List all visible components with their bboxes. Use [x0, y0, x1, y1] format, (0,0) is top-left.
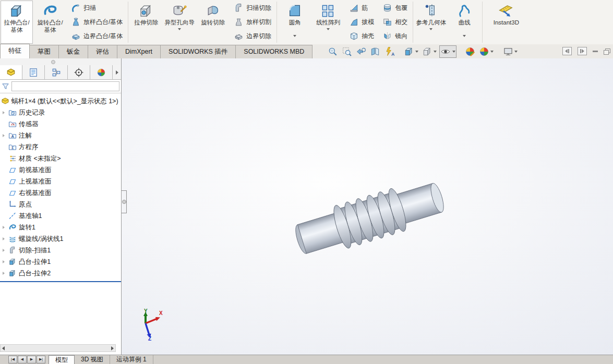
featuremanager-design-tree-tab[interactable] — [0, 65, 22, 79]
shell-button[interactable]: 抽壳 — [347, 30, 376, 43]
extruded-boss-base-button[interactable]: 拉伸凸台/基体 — [1, 1, 33, 44]
dropdown-caret-icon[interactable] — [327, 28, 330, 30]
intersect-button[interactable]: 相交 — [380, 16, 410, 29]
tree-item-material[interactable]: 材质 <未指定> — [0, 153, 121, 164]
curves-button[interactable]: 曲线 — [448, 1, 480, 44]
hide-show-items-button[interactable] — [439, 45, 456, 58]
expand-arrow-icon[interactable] — [3, 249, 5, 252]
restore-button[interactable] — [604, 48, 610, 54]
panel-collapse-handle[interactable] — [122, 190, 127, 213]
tree-item-axis1[interactable]: 基准轴1 — [0, 210, 121, 222]
tab-evaluate[interactable]: 评估 — [88, 45, 117, 58]
tree-item-revolve1[interactable]: 旋转1 — [0, 222, 121, 233]
collapse-right-button[interactable] — [578, 47, 587, 55]
collapse-left-button[interactable] — [562, 47, 572, 55]
propertymanager-tab[interactable] — [22, 65, 45, 79]
worm-gear-model[interactable] — [291, 174, 448, 263]
wrap-button[interactable]: 包覆 — [380, 2, 410, 15]
mirror-button[interactable]: 镜向 — [380, 30, 410, 43]
dropdown-caret-icon[interactable] — [415, 51, 418, 53]
previous-study-button[interactable]: ◀ — [18, 356, 27, 363]
swept-cut-button[interactable]: 扫描切除 — [232, 2, 273, 15]
tree-item-boss-extrude1[interactable]: 凸台-拉伸1 — [0, 256, 121, 268]
svg-text:A: A — [11, 134, 15, 139]
configurationmanager-tab[interactable] — [45, 65, 67, 79]
dropdown-caret-icon[interactable] — [434, 51, 437, 53]
draft-button[interactable]: 拔模 — [347, 16, 376, 29]
fillet-button[interactable]: 圆角 — [279, 1, 311, 44]
dimxpertmanager-tab[interactable] — [68, 65, 90, 79]
apply-scene-button[interactable] — [478, 45, 495, 58]
tree-horizontal-scrollbar[interactable] — [0, 344, 116, 352]
scroll-left-icon[interactable] — [2, 346, 5, 350]
expand-arrow-icon[interactable] — [3, 134, 5, 137]
hole-wizard-button[interactable]: 异型孔向导 — [163, 1, 196, 44]
expand-arrow-icon[interactable] — [3, 111, 5, 114]
model-tab[interactable]: 模型 — [49, 355, 75, 364]
tree-item-equations[interactable]: Σ 方程序 — [0, 141, 121, 153]
extruded-cut-button[interactable]: 拉伸切除 — [130, 1, 162, 44]
panel-expand-button[interactable] — [113, 65, 121, 79]
dropdown-caret-icon[interactable] — [452, 51, 455, 53]
tree-item-right-plane[interactable]: 右视基准面 — [0, 187, 121, 199]
minimize-button[interactable] — [593, 51, 598, 52]
panel-splitter[interactable] — [0, 58, 121, 65]
view-settings-button[interactable] — [502, 45, 519, 58]
dropdown-caret-icon[interactable] — [178, 28, 181, 30]
tree-item-front-plane[interactable]: 前视基准面 — [0, 164, 121, 176]
previous-view-button[interactable] — [355, 45, 367, 58]
boundary-cut-button[interactable]: 边界切除 — [232, 30, 273, 43]
last-study-button[interactable]: ▶| — [37, 356, 45, 363]
dropdown-caret-icon[interactable] — [429, 28, 432, 30]
dropdown-caret-icon[interactable] — [463, 35, 466, 37]
dropdown-caret-icon[interactable] — [490, 51, 494, 53]
motion-study-tab[interactable]: 运动算例 1 — [110, 355, 153, 364]
lofted-cut-button[interactable]: 放样切割 — [232, 16, 273, 29]
tab-dimxpert[interactable]: DimXpert — [117, 45, 161, 58]
tree-item-sensors[interactable]: 传感器 — [0, 118, 121, 130]
expand-arrow-icon[interactable] — [3, 226, 5, 229]
revolved-boss-base-button[interactable]: 旋转凸台/基体 — [34, 1, 66, 44]
tree-item-annotations[interactable]: A 注解 — [0, 130, 121, 141]
displaymanager-tab[interactable] — [90, 65, 113, 79]
tree-item-cut-sweep1[interactable]: 切除-扫描1 — [0, 245, 121, 256]
tab-sketch[interactable]: 草图 — [29, 45, 59, 58]
expand-arrow-icon[interactable] — [3, 260, 5, 263]
reference-geometry-button[interactable]: 参考几何体 — [415, 1, 447, 44]
instant3d-button[interactable]: Instant3D — [484, 1, 528, 44]
linear-pattern-button[interactable]: 线性阵列 — [312, 1, 344, 44]
view-orientation-button[interactable] — [403, 45, 419, 58]
filter-input[interactable] — [11, 81, 119, 91]
next-study-button[interactable]: ▶ — [27, 356, 36, 363]
revolved-cut-button[interactable]: 旋转切除 — [197, 1, 229, 44]
dropdown-caret-icon[interactable] — [293, 35, 296, 37]
tree-item-origin[interactable]: 原点 — [0, 199, 121, 210]
expand-arrow-icon[interactable] — [3, 272, 5, 275]
tab-solidworks-addins[interactable]: SOLIDWORKS 插件 — [160, 45, 236, 58]
3d-views-tab[interactable]: 3D 视图 — [75, 355, 110, 364]
edit-appearance-button[interactable] — [464, 45, 476, 58]
boundary-boss-base-button[interactable]: 边界凸台/基体 — [69, 30, 125, 43]
zoom-to-fit-button[interactable] — [327, 45, 339, 58]
section-view-button[interactable] — [369, 45, 381, 58]
first-study-button[interactable]: |◀ — [8, 356, 17, 363]
tree-item-boss-extrude2[interactable]: 凸台-拉伸2 — [0, 268, 121, 279]
tree-item-top-plane[interactable]: 上视基准面 — [0, 176, 121, 187]
lofted-boss-base-button[interactable]: 放样凸台/基体 — [69, 16, 125, 29]
tab-features[interactable]: 特征 — [0, 44, 30, 58]
tree-item-history[interactable]: 历史记录 — [0, 107, 121, 118]
tree-root[interactable]: 蜗杆1×4 (默认<<默认>_显示状态 1>) — [0, 95, 121, 107]
annotation-views-button[interactable]: A — [383, 45, 395, 58]
tree-item-helix1[interactable]: 螺旋线/涡状线1 — [0, 233, 121, 245]
expand-arrow-icon[interactable] — [3, 237, 5, 240]
tab-sheet-metal[interactable]: 钣金 — [58, 45, 88, 58]
tab-solidworks-mbd[interactable]: SOLIDWORKS MBD — [235, 45, 312, 58]
rollback-bar[interactable] — [0, 281, 121, 282]
graphics-viewport[interactable]: Y X Z — [122, 58, 613, 355]
zoom-to-area-button[interactable] — [341, 45, 353, 58]
dropdown-caret-icon[interactable] — [514, 51, 518, 53]
rib-button[interactable]: 筋 — [347, 2, 376, 15]
display-style-button[interactable] — [421, 45, 438, 58]
scroll-right-icon[interactable] — [111, 346, 114, 350]
swept-boss-button[interactable]: 扫描 — [69, 2, 125, 15]
